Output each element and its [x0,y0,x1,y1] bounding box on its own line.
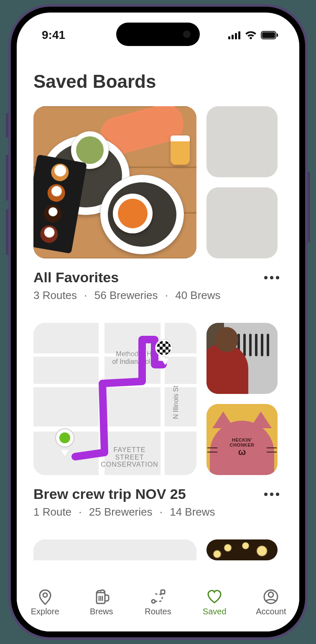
board-thumbnails [33,539,283,560]
svg-rect-7 [277,33,278,37]
dynamic-island [116,23,200,46]
more-options-button[interactable] [261,489,283,499]
board-thumbnails [33,106,283,258]
svg-rect-0 [228,36,230,39]
board-thumbnail-main[interactable]: Methodist H of Indianapolis FAYETTE STRE… [33,323,196,475]
chonker-text: HECKIN' CHONKER [224,437,260,447]
svg-point-13 [152,600,155,603]
location-pin-icon [37,588,54,605]
svg-rect-2 [235,33,237,39]
board-thumbnail-side-2[interactable]: HECKIN' CHONKER ω [206,404,278,475]
board-card-brew-crew-trip[interactable]: Methodist H of Indianapolis FAYETTE STRE… [33,323,283,519]
breweries-count: 56 Breweries [94,289,158,302]
board-thumbnail-side-1[interactable] [206,106,278,177]
breweries-count: 25 Breweries [89,506,153,518]
board-thumbnail-main[interactable] [33,539,196,560]
tab-routes[interactable]: Routes [135,588,181,616]
route-map: Methodist H of Indianapolis FAYETTE STRE… [33,323,196,475]
page-title: Saved Boards [33,71,283,92]
cellular-icon [228,31,241,39]
board-title: All Favorites [33,269,119,286]
heart-icon [206,588,223,605]
board-thumbnail-side-2[interactable] [206,187,278,258]
brews-count: 40 Brews [175,289,220,302]
phone-bezel: 9:41 [11,7,305,637]
food-photo [33,106,196,258]
content-scroll-area[interactable]: Saved Boards [17,67,299,581]
svg-rect-6 [262,32,275,38]
brews-count: 14 Brews [170,506,215,518]
board-stats: 3 Routes · 56 Breweries · 40 Brews [33,289,283,302]
bartender-photo [206,323,278,394]
route-start-pin-icon [55,428,74,453]
board-stats: 1 Route · 25 Breweries · 14 Brews [33,506,283,519]
heckin-chonker-art: HECKIN' CHONKER ω [206,404,278,475]
more-options-button[interactable] [261,273,283,283]
tab-label: Saved [203,607,227,616]
tab-label: Brews [90,607,113,616]
wifi-icon [245,31,257,39]
route-icon [150,588,166,605]
board-title: Brew crew trip NOV 25 [33,486,186,502]
svg-rect-3 [238,31,240,39]
routes-count: 3 Routes [33,289,77,302]
side-button-volume-down [6,209,8,255]
route-map [33,539,196,560]
tab-saved[interactable]: Saved [191,588,237,616]
board-thumbnail-side-1[interactable] [206,539,278,560]
board-card-peek[interactable] [33,539,283,560]
svg-rect-14 [161,590,165,594]
tab-label: Account [256,607,286,616]
beer-mug-icon [93,588,110,605]
status-indicators [228,31,278,39]
side-button-power [308,171,310,243]
tab-brews[interactable]: Brews [79,588,125,616]
svg-point-16 [268,592,273,597]
board-thumbnails: Methodist H of Indianapolis FAYETTE STRE… [33,323,283,475]
string-lights-photo [206,539,278,560]
phone-frame: 9:41 [8,4,308,640]
svg-rect-1 [232,35,234,39]
svg-point-4 [250,37,252,39]
status-time: 9:41 [42,28,65,42]
board-card-all-favorites[interactable]: All Favorites 3 Routes · 56 Breweries · … [33,106,283,302]
route-end-pin-icon [155,340,175,365]
account-icon [262,588,279,605]
board-thumbnail-main[interactable] [33,106,196,258]
svg-point-8 [43,593,47,597]
bottom-tab-bar: Explore Brews [17,581,299,631]
tab-label: Routes [145,607,171,616]
tab-explore[interactable]: Explore [22,588,68,616]
side-button-volume-up [6,155,8,201]
screen: 9:41 [17,13,299,631]
side-button-silence [6,113,8,138]
board-thumbnail-side-1[interactable] [206,323,278,394]
tab-label: Explore [31,607,59,616]
tab-account[interactable]: Account [248,588,294,616]
battery-icon [261,31,278,39]
routes-count: 1 Route [33,506,71,518]
